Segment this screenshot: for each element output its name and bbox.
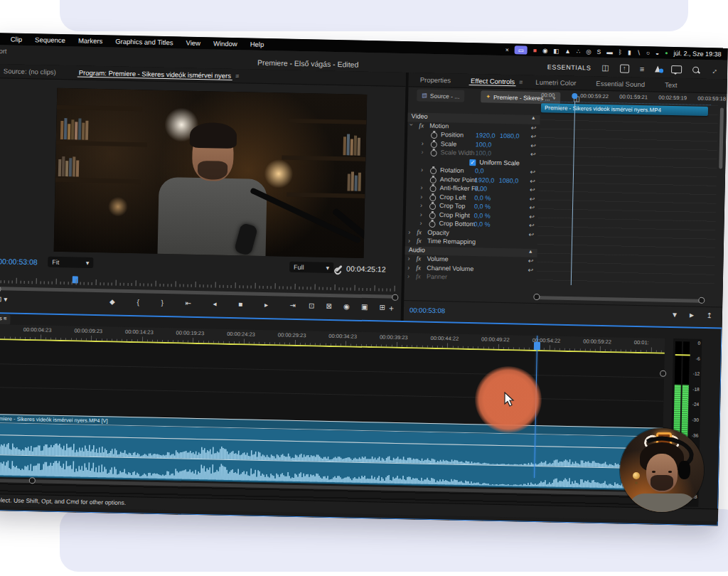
wallet-icon[interactable]: ▬: [606, 48, 613, 55]
stopwatch-icon[interactable]: [429, 186, 436, 192]
ec-param-value[interactable]: 0,0: [475, 167, 484, 174]
step-forward-button[interactable]: ▸: [264, 301, 268, 309]
reset-icon[interactable]: ↩: [530, 133, 536, 140]
control-center-icon[interactable]: ◒: [655, 49, 659, 56]
stopwatch-icon[interactable]: [431, 132, 437, 139]
menu-sequence[interactable]: Sequence: [28, 36, 72, 44]
stopwatch-icon[interactable]: [431, 141, 437, 147]
stopwatch-icon[interactable]: [429, 212, 436, 218]
workspace-menu-icon[interactable]: ≡: [640, 64, 645, 73]
program-timecode[interactable]: 00:00:53:08: [0, 257, 38, 266]
reset-icon[interactable]: ↩: [529, 230, 535, 238]
reset-icon[interactable]: ↩: [530, 142, 536, 149]
fullscreen-expand-icon[interactable]: ↔: [707, 65, 719, 76]
expander-icon[interactable]: ›: [422, 149, 424, 156]
expander-icon[interactable]: ›: [408, 237, 410, 244]
ec-vertical-scrollbar[interactable]: [719, 107, 724, 169]
add-marker-button[interactable]: ◆: [109, 297, 115, 305]
stopwatch-icon[interactable]: [429, 203, 436, 210]
comparison-view-button[interactable]: ▣: [361, 303, 368, 311]
expander-icon[interactable]: ›: [407, 272, 410, 279]
microphone-icon[interactable]: ◉: [542, 47, 548, 54]
ec-param-value[interactable]: 1920,0: [475, 176, 495, 184]
stopwatch-icon[interactable]: [429, 194, 436, 201]
collapse-icon[interactable]: ▲: [531, 115, 536, 120]
expander-icon[interactable]: ›: [408, 123, 415, 125]
export-icon[interactable]: ↥: [706, 311, 712, 319]
wifi-off-icon[interactable]: ∖: [637, 48, 641, 55]
safe-margins-button[interactable]: ⊡ ▾: [0, 295, 7, 303]
backup-icon[interactable]: ▲: [564, 47, 571, 54]
ec-horizontal-scrollbar[interactable]: [536, 296, 701, 303]
status-dot-icon[interactable]: ●: [665, 49, 668, 56]
color-profile-icon[interactable]: ∴: [577, 48, 581, 55]
tab-properties[interactable]: Properties: [413, 75, 459, 84]
expander-icon[interactable]: ›: [407, 264, 410, 271]
expander-icon[interactable]: ›: [419, 220, 422, 227]
ec-source-chip[interactable]: ▤ Source - ...: [417, 89, 464, 102]
stopwatch-icon[interactable]: [430, 176, 437, 183]
scrollbar-handle[interactable]: [698, 297, 705, 304]
scrollbar-handle[interactable]: [392, 294, 398, 301]
panel-layout-icon[interactable]: ◫: [601, 63, 609, 73]
lift-button[interactable]: ⊡: [309, 302, 315, 309]
export-frame-button[interactable]: ◉: [343, 302, 350, 310]
tab-effect-controls[interactable]: Effect Controls: [464, 77, 522, 86]
search-icon[interactable]: [692, 67, 699, 73]
screen-share-icon[interactable]: ▭: [515, 46, 528, 54]
timeline-tracks[interactable]: Premiere - Sikeres videók ismérvei nyers…: [0, 340, 665, 481]
zoom-level-dropdown[interactable]: Fit▾: [48, 257, 93, 268]
tab-essential-sound[interactable]: Essential Sound: [589, 79, 652, 88]
reset-icon[interactable]: ↩: [528, 266, 534, 273]
workspace-label[interactable]: ESSENTIALS: [547, 63, 592, 71]
sequence-tab-partial[interactable]: yers ≡: [0, 314, 11, 325]
menubar-clock[interactable]: júl. 2., Sze 19:38: [673, 49, 721, 57]
ec-param-value[interactable]: 0,0 %: [474, 212, 491, 219]
menu-markers[interactable]: Markers: [72, 36, 109, 45]
go-to-in-button[interactable]: ⇤: [185, 299, 191, 307]
tab-program-monitor[interactable]: Program: Premiere - Sikeres videók ismér…: [72, 68, 239, 80]
reset-icon[interactable]: ↩: [529, 222, 535, 229]
header-mode-tab-partial[interactable]: ort: [0, 47, 7, 55]
reset-icon[interactable]: ↩: [530, 186, 535, 193]
menu-window[interactable]: Window: [207, 39, 244, 48]
button-editor-button[interactable]: ⊞: [380, 303, 386, 311]
tab-text[interactable]: Text: [658, 81, 685, 90]
ec-param-value[interactable]: 0,0 %: [473, 220, 490, 228]
feedback-chat-icon[interactable]: [671, 65, 682, 73]
play-audio-loop-icon[interactable]: ►: [688, 311, 695, 319]
expander-icon[interactable]: ›: [421, 166, 423, 174]
mark-out-button[interactable]: }: [161, 299, 164, 306]
ec-param-value[interactable]: 0,0 %: [474, 203, 491, 210]
ec-param-value[interactable]: 100,0: [476, 141, 492, 148]
reset-icon[interactable]: ↩: [529, 213, 535, 220]
extract-button[interactable]: ⊠: [326, 302, 332, 310]
play-stop-button[interactable]: ■: [238, 300, 242, 308]
spotlight-icon[interactable]: ○: [646, 49, 650, 56]
reset-icon[interactable]: ↩: [530, 195, 535, 202]
stopwatch-icon[interactable]: [430, 168, 437, 174]
expander-icon[interactable]: ›: [420, 202, 422, 209]
timeline-playhead-handle[interactable]: [534, 342, 540, 350]
ec-param-value[interactable]: 1080,0: [500, 132, 520, 140]
settings-wrench-icon[interactable]: [336, 265, 343, 272]
expander-icon[interactable]: ›: [407, 255, 410, 262]
beaker-beta-icon[interactable]: [655, 65, 660, 72]
tab-lumetri-color[interactable]: Lumetri Color: [528, 78, 583, 87]
add-button[interactable]: +: [389, 304, 394, 314]
uniform-scale-checkbox[interactable]: ✓: [469, 159, 476, 165]
reset-icon[interactable]: ↩: [528, 257, 534, 265]
reset-icon[interactable]: ↩: [531, 124, 537, 131]
menu-view[interactable]: View: [179, 38, 207, 47]
timeline-vscrollbar-handle[interactable]: [660, 370, 666, 377]
tab-source-monitor[interactable]: Source: (no clips): [0, 67, 63, 76]
bluetooth-icon[interactable]: ᛒ: [619, 48, 622, 55]
reset-icon[interactable]: ↩: [530, 151, 536, 158]
stopwatch-icon[interactable]: [429, 221, 435, 228]
expander-icon[interactable]: ›: [408, 228, 410, 235]
ec-keyframe-area[interactable]: [537, 102, 718, 287]
ec-param-value[interactable]: 0,00: [474, 185, 487, 192]
record-icon[interactable]: ■: [533, 46, 537, 53]
share-icon[interactable]: ↑: [620, 64, 629, 73]
go-to-out-button[interactable]: ⇥: [290, 302, 296, 309]
